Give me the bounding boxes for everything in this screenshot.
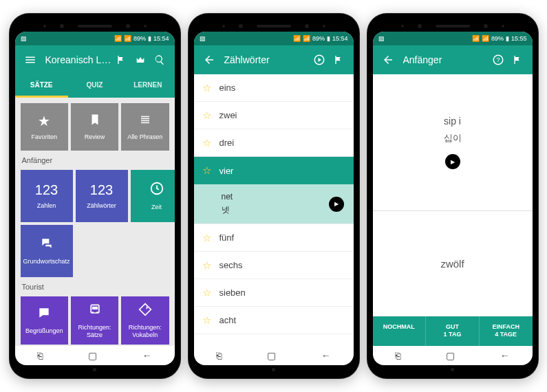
easy-button[interactable]: EINFACH 4 TAGE xyxy=(480,316,533,346)
menu-icon[interactable] xyxy=(21,50,40,69)
status-bar: ▧ 📶📶 89%▮ 15:54 xyxy=(194,32,354,45)
tile-alle-phrasen[interactable]: Alle Phrasen xyxy=(121,103,169,151)
native-text: 십이 xyxy=(444,132,462,144)
star-icon[interactable]: ☆ xyxy=(202,314,211,327)
back-icon[interactable]: ← xyxy=(500,350,510,361)
android-nav: ⎗ ▢ ← xyxy=(15,346,175,365)
tile-zeit[interactable]: Zeit xyxy=(131,170,175,222)
phone-1: ▧ 📶📶 89% ▮ 15:54 Koreanisch L… xyxy=(10,14,180,378)
clock-icon xyxy=(149,181,164,199)
word-list: ☆eins ☆zwei ☆drei ☆vier net 넷 ▶ ☆fünf ☆s… xyxy=(194,74,354,346)
star-icon[interactable]: ☆ xyxy=(202,82,211,94)
app-bar: Koreanisch L… xyxy=(15,45,175,74)
help-icon[interactable]: ? xyxy=(489,50,508,69)
list-item[interactable]: ☆drei xyxy=(194,129,354,157)
list-item[interactable]: ☆sechs xyxy=(194,252,354,279)
back-icon[interactable]: ← xyxy=(142,350,152,361)
tab-quiz[interactable]: QUIZ xyxy=(68,74,121,98)
status-bar: ▧ 📶📶 89% ▮ 15:54 xyxy=(15,32,175,45)
section-anfaenger: Anfänger xyxy=(15,151,175,167)
phone-3: ▧ 📶📶 89%▮ 15:55 Anfänger ? sip i 십이 xyxy=(367,14,538,378)
flashcard-front: sip i 십이 ▶ xyxy=(373,74,533,211)
flag-icon[interactable] xyxy=(508,50,527,69)
tile-grundwortschatz[interactable]: Grundwortschatz xyxy=(21,225,73,277)
romanization: net xyxy=(222,192,329,202)
recent-apps-icon[interactable]: ⎗ xyxy=(37,350,43,361)
svg-point-3 xyxy=(92,312,94,314)
list-item[interactable]: ☆zwei xyxy=(194,102,354,129)
recent-apps-icon[interactable]: ⎗ xyxy=(216,350,222,361)
back-icon[interactable] xyxy=(200,50,219,69)
bookmark-icon xyxy=(89,113,101,129)
list-item[interactable]: ☆acht xyxy=(194,307,354,334)
app-bar: Anfänger ? xyxy=(373,45,533,74)
again-button[interactable]: NOCHMAL xyxy=(373,316,427,346)
play-all-icon[interactable] xyxy=(310,50,329,69)
romanization: sip i xyxy=(444,116,461,127)
star-icon[interactable]: ☆ xyxy=(202,164,211,177)
good-button[interactable]: GUT 1 TAG xyxy=(426,316,480,346)
battery-text: 89% xyxy=(133,35,146,42)
flashcard-back[interactable]: zwölf xyxy=(373,211,533,316)
clock: 15:54 xyxy=(153,35,169,42)
home-icon[interactable]: ▢ xyxy=(446,350,455,361)
list-item-selected[interactable]: ☆vier xyxy=(194,157,354,184)
svg-text:?: ? xyxy=(496,56,500,63)
tile-richtungen-vokabeln[interactable]: Richtungen: Vokabeln xyxy=(121,296,169,344)
back-icon[interactable]: ← xyxy=(321,350,331,361)
search-icon[interactable] xyxy=(150,50,169,69)
numbers-icon: 123 xyxy=(35,182,58,198)
list-item[interactable]: ☆eins xyxy=(194,74,354,102)
tab-lernen[interactable]: LERNEN xyxy=(121,74,174,98)
flag-icon[interactable] xyxy=(329,50,348,69)
numbers-icon: 123 xyxy=(90,182,113,198)
phone-2: ▧ 📶📶 89%▮ 15:54 Zählwörter ☆eins ☆zwei xyxy=(189,14,359,378)
app-title: Koreanisch L… xyxy=(45,54,111,65)
flag-icon[interactable] xyxy=(111,50,131,69)
star-icon[interactable]: ☆ xyxy=(202,259,211,272)
sensor-bar xyxy=(15,21,175,32)
list-item[interactable]: ☆fünf xyxy=(194,224,354,252)
svg-point-4 xyxy=(96,312,98,314)
sensor-bar xyxy=(373,21,533,32)
chat-icon xyxy=(40,237,54,254)
speech-icon xyxy=(37,306,51,323)
tile-zahlen[interactable]: 123 Zahlen xyxy=(21,170,73,222)
tile-zaehlwoerter[interactable]: 123 Zählwörter xyxy=(76,170,128,222)
directions-icon xyxy=(138,303,152,320)
star-icon: ★ xyxy=(38,113,50,129)
star-icon[interactable]: ☆ xyxy=(202,109,211,122)
list-item[interactable]: ☆sieben xyxy=(194,279,354,307)
tabs: SÄTZE QUIZ LERNEN xyxy=(15,74,175,98)
tile-richtungen-saetze[interactable]: Richtungen: Sätze xyxy=(71,296,118,344)
bus-icon xyxy=(88,303,102,320)
sensor-bar xyxy=(194,21,354,32)
star-icon[interactable]: ☆ xyxy=(202,287,211,299)
tile-favoriten[interactable]: ★ Favoriten xyxy=(21,103,68,151)
tab-saetze[interactable]: SÄTZE xyxy=(15,74,68,98)
tile-review[interactable]: Review xyxy=(71,103,118,151)
app-title: Zählwörter xyxy=(224,54,310,65)
star-icon[interactable]: ☆ xyxy=(202,137,211,149)
android-nav: ⎗ ▢ ← xyxy=(373,346,533,365)
star-icon[interactable]: ☆ xyxy=(202,232,211,244)
review-buttons: NOCHMAL GUT 1 TAG EINFACH 4 TAGE xyxy=(373,316,533,346)
home-icon[interactable]: ▢ xyxy=(88,350,97,361)
app-title: Anfänger xyxy=(403,54,489,65)
expanded-translation: net 넷 ▶ xyxy=(194,184,354,224)
android-nav: ⎗ ▢ ← xyxy=(194,346,354,365)
flashcard: sip i 십이 ▶ zwölf xyxy=(373,74,533,316)
app-bar: Zählwörter xyxy=(194,45,354,74)
back-icon[interactable] xyxy=(378,50,398,69)
tile-begruessungen[interactable]: Begrüßungen xyxy=(21,296,68,344)
section-tourist: Tourist xyxy=(15,277,175,294)
play-audio-button[interactable]: ▶ xyxy=(445,154,460,169)
svg-rect-2 xyxy=(92,307,97,309)
status-bar: ▧ 📶📶 89%▮ 15:55 xyxy=(373,32,533,45)
home-icon[interactable]: ▢ xyxy=(267,350,276,361)
recent-apps-icon[interactable]: ⎗ xyxy=(395,350,400,361)
list-icon xyxy=(139,113,151,129)
native-text: 넷 xyxy=(222,204,329,216)
crown-icon[interactable] xyxy=(131,50,150,69)
play-audio-button[interactable]: ▶ xyxy=(329,197,344,212)
